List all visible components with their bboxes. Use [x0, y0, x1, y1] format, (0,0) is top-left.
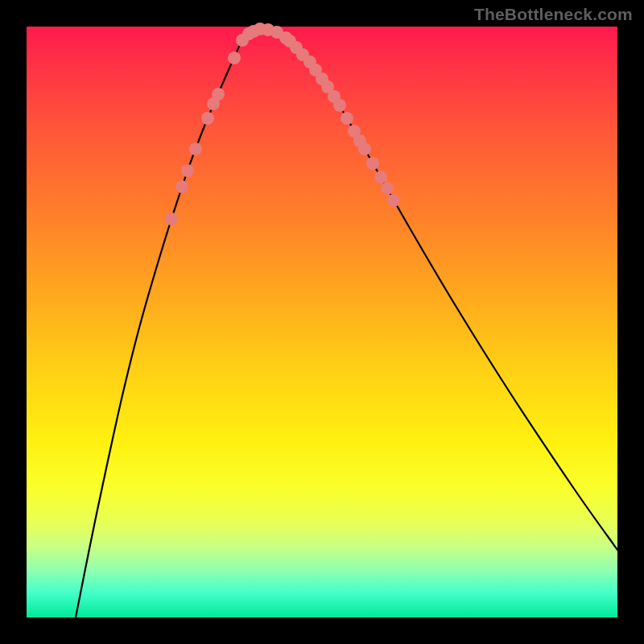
marker-dot — [374, 171, 387, 184]
chart-svg — [27, 27, 617, 617]
marker-dot — [341, 112, 353, 125]
marker-dot — [165, 213, 178, 225]
marker-dot — [366, 157, 379, 170]
marker-dot — [358, 142, 371, 155]
marker-dot — [333, 99, 346, 112]
plot-area — [27, 27, 617, 617]
watermark-text: TheBottleneck.com — [474, 5, 633, 24]
marker-dot — [189, 142, 202, 155]
marker-dot — [381, 182, 394, 195]
marker-dot — [175, 180, 188, 193]
marker-dot — [201, 112, 214, 125]
marker-dot — [212, 88, 225, 101]
marker-group — [165, 23, 400, 225]
marker-dot — [228, 52, 241, 64]
marker-dot — [181, 164, 194, 177]
chart-frame: TheBottleneck.com — [0, 0, 644, 644]
marker-dot — [387, 194, 400, 207]
